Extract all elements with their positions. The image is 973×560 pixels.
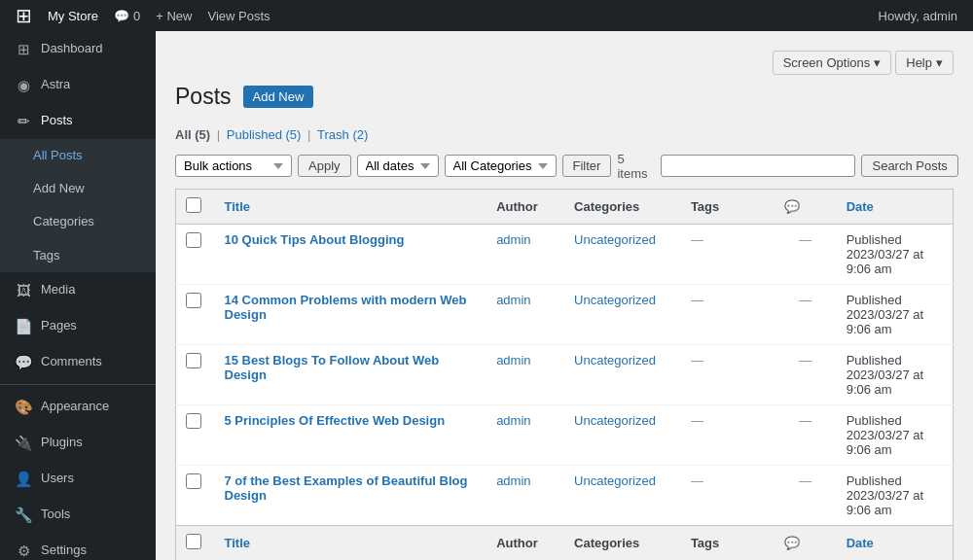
row-2-categories-cell: Uncategorized <box>564 284 681 344</box>
select-all-checkbox[interactable] <box>186 197 201 213</box>
row-2-comments-cell: — <box>775 284 837 344</box>
sidebar-item-posts[interactable]: ✏ Posts <box>0 103 156 139</box>
media-icon: 🖼 <box>14 280 33 300</box>
howdy-text: Howdy, admin <box>871 9 965 23</box>
date-filter-select[interactable]: All dates <box>357 155 439 177</box>
post-1-author-link[interactable]: admin <box>496 232 530 247</box>
sidebar-item-pages[interactable]: 📄 Pages <box>0 308 156 344</box>
sidebar-item-dashboard[interactable]: ⊞ Dashboard <box>0 31 156 67</box>
search-posts-button[interactable]: Search Posts <box>861 155 957 177</box>
post-5-author-link[interactable]: admin <box>496 473 530 488</box>
categories-filter-select[interactable]: All Categories <box>445 155 557 177</box>
post-5-category-link[interactable]: Uncategorized <box>574 473 656 488</box>
tab-published[interactable]: Published (5) <box>227 127 305 142</box>
categories-footer-header: Categories <box>564 525 681 560</box>
tools-icon: 🔧 <box>14 505 33 525</box>
apply-top-button[interactable]: Apply <box>298 155 351 177</box>
title-sort-link[interactable]: Title <box>225 199 251 214</box>
submenu-categories[interactable]: Categories <box>0 205 156 238</box>
title-footer-sort-link[interactable]: Title <box>225 536 251 550</box>
row-5-date-cell: Published 2023/03/27 at 9:06 am <box>837 465 954 525</box>
row-4-checkbox[interactable] <box>186 413 201 429</box>
add-new-button[interactable]: Add New <box>243 86 314 108</box>
screen-options-button[interactable]: Screen Options ▾ <box>773 51 892 75</box>
post-3-title-link[interactable]: 15 Best Blogs To Follow About Web Design <box>225 353 440 382</box>
sidebar-item-appearance[interactable]: 🎨 Appearance <box>0 389 156 425</box>
page-header: Posts Add New <box>175 83 954 112</box>
row-checkbox-cell <box>176 465 215 525</box>
author-column-header: Author <box>486 189 564 224</box>
filter-button[interactable]: Filter <box>562 155 612 177</box>
submenu-add-new[interactable]: Add New <box>0 172 156 205</box>
dashboard-icon: ⊞ <box>14 39 33 59</box>
row-4-title-cell: 5 Principles Of Effective Web Design <box>215 404 487 465</box>
post-2-title-link[interactable]: 14 Common Problems with modern Web Desig… <box>225 293 467 322</box>
pages-icon: 📄 <box>14 316 33 336</box>
row-2-tags-cell: — <box>681 284 775 344</box>
row-3-checkbox[interactable] <box>186 353 201 368</box>
screen-options-chevron-icon: ▾ <box>874 55 881 70</box>
table-row: 14 Common Problems with modern Web Desig… <box>176 284 954 344</box>
sep-2: | <box>307 127 314 142</box>
row-1-comments-cell: — <box>775 224 837 284</box>
all-posts-label: All Posts <box>33 147 83 164</box>
sidebar-label-users: Users <box>41 470 74 487</box>
sidebar-item-comments[interactable]: 💬 Comments <box>0 344 156 380</box>
posts-table: Title Author Categories Tags 💬 Date <box>175 189 954 560</box>
help-button[interactable]: Help ▾ <box>895 51 954 75</box>
bulk-actions-top-select[interactable]: Bulk actions <box>175 155 292 177</box>
sidebar-label-comments: Comments <box>41 353 102 370</box>
admin-bar: ⊞ My Store 💬 0 + New View Posts Howdy, a… <box>0 0 973 31</box>
post-3-author-link[interactable]: admin <box>496 353 530 368</box>
search-posts-input[interactable] <box>661 155 855 177</box>
sidebar-item-media[interactable]: 🖼 Media <box>0 272 156 308</box>
row-5-checkbox[interactable] <box>186 473 201 489</box>
sidebar-item-settings[interactable]: ⚙ Settings <box>0 533 156 560</box>
submenu-all-posts[interactable]: All Posts <box>0 139 156 172</box>
post-1-category-link[interactable]: Uncategorized <box>574 232 656 247</box>
all-tab-label: All <box>175 127 192 142</box>
row-4-author-cell: admin <box>486 404 564 465</box>
post-4-category-link[interactable]: Uncategorized <box>574 413 656 428</box>
row-1-checkbox[interactable] <box>186 232 201 248</box>
tab-all[interactable]: All (5) <box>175 127 214 142</box>
comments-count: 0 <box>133 9 140 23</box>
date-sort-link[interactable]: Date <box>847 199 874 214</box>
post-4-author-link[interactable]: admin <box>496 413 530 428</box>
adminbar-right: Howdy, admin <box>871 9 965 23</box>
new-content-item[interactable]: + New <box>148 0 199 31</box>
sidebar-item-astra[interactable]: ◉ Astra <box>0 67 156 103</box>
comments-menu-icon: 💬 <box>14 352 33 372</box>
post-3-category-link[interactable]: Uncategorized <box>574 353 656 368</box>
users-icon: 👤 <box>14 469 33 489</box>
row-2-checkbox[interactable] <box>186 293 201 308</box>
table-row: 7 of the Best Examples of Beautiful Blog… <box>176 465 954 525</box>
post-1-title-link[interactable]: 10 Quick Tips About Blogging <box>225 232 405 247</box>
screen-options-label: Screen Options <box>783 55 871 70</box>
sidebar-item-tools[interactable]: 🔧 Tools <box>0 497 156 533</box>
post-5-title-link[interactable]: 7 of the Best Examples of Beautiful Blog… <box>225 473 468 503</box>
all-tab-count: 5 <box>199 127 206 142</box>
sep-1: | <box>217 127 224 142</box>
tab-trash[interactable]: Trash (2) <box>317 127 368 142</box>
comments-item[interactable]: 💬 0 <box>106 0 148 31</box>
posts-icon: ✏ <box>14 111 33 131</box>
row-3-categories-cell: Uncategorized <box>564 344 681 404</box>
view-posts-item[interactable]: View Posts <box>199 0 277 31</box>
menu-sep-1 <box>0 384 156 385</box>
top-actions-bar: Screen Options ▾ Help ▾ <box>175 51 954 75</box>
submenu-tags[interactable]: Tags <box>0 239 156 272</box>
sidebar-item-plugins[interactable]: 🔌 Plugins <box>0 425 156 461</box>
row-4-date-cell: Published 2023/03/27 at 9:06 am <box>837 404 954 465</box>
date-footer-sort-link[interactable]: Date <box>847 536 874 550</box>
sidebar-item-users[interactable]: 👤 Users <box>0 461 156 497</box>
table-row: 10 Quick Tips About Blogging admin Uncat… <box>176 224 954 284</box>
site-name[interactable]: My Store <box>40 0 106 31</box>
select-all-footer-checkbox[interactable] <box>186 534 201 549</box>
row-3-title-cell: 15 Best Blogs To Follow About Web Design <box>215 344 487 404</box>
date-column-header: Date <box>837 189 954 224</box>
post-2-category-link[interactable]: Uncategorized <box>574 293 656 307</box>
post-2-author-link[interactable]: admin <box>496 293 530 307</box>
wp-logo-icon[interactable]: ⊞ <box>8 4 40 27</box>
post-4-title-link[interactable]: 5 Principles Of Effective Web Design <box>225 413 446 428</box>
